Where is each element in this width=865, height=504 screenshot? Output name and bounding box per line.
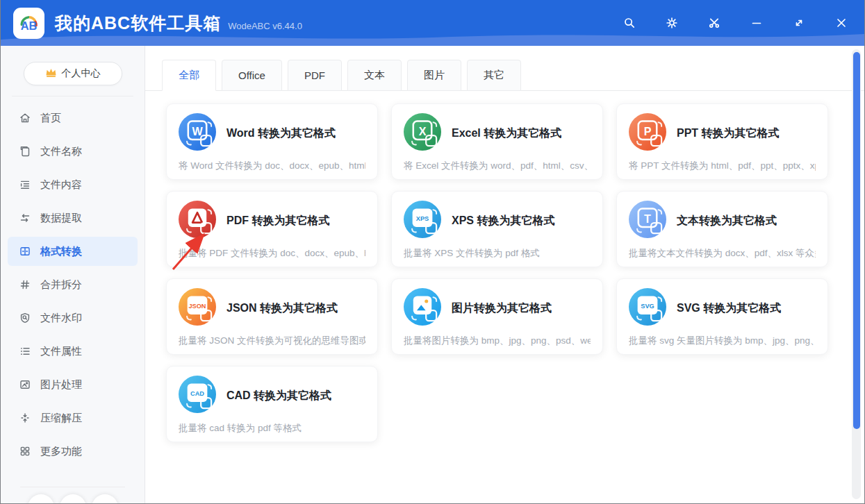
sidebar-item-home[interactable]: 首页 (8, 103, 138, 133)
hidden-circle-button-3[interactable] (92, 494, 118, 504)
watermark-icon (19, 312, 31, 324)
app-version: WodeABC v6.44.0 (228, 21, 302, 31)
sidebar-item-watermark[interactable]: 文件水印 (8, 303, 138, 333)
card-title: 文本转换为其它格式 (677, 214, 777, 228)
sidebar-item-image-process[interactable]: 图片处理 (8, 370, 138, 399)
svg-text:T: T (644, 212, 651, 225)
card-title: Excel 转换为其它格式 (452, 126, 561, 141)
profile-center-label: 个人中心 (62, 67, 101, 80)
sidebar-item-file-props[interactable]: 文件属性 (8, 337, 138, 366)
sidebar: 个人中心 首页文件名称文件内容数据提取格式转换合并拆分文件水印文件属性图片处理压… (1, 46, 145, 504)
hidden-circle-button-1[interactable] (28, 494, 54, 504)
file-props-icon (19, 345, 31, 358)
sidebar-item-label: 文件内容 (40, 178, 82, 192)
card-title: SVG 转换为其它格式 (677, 301, 781, 316)
sidebar-item-more[interactable]: 更多功能 (8, 437, 138, 466)
card-excel-convert[interactable]: XExcel 转换为其它格式将 Excel 文件转换为 word、pdf、htm… (391, 103, 603, 180)
svg-text:P: P (644, 125, 652, 137)
image-process-icon (19, 378, 31, 391)
sidebar-bottom-buttons (1, 494, 145, 504)
card-title: Word 转换为其它格式 (226, 126, 336, 141)
svg-text:JSON: JSON (188, 303, 206, 310)
compress-icon (19, 412, 31, 424)
card-svg-convert[interactable]: SVGSVG 转换为其它格式批量将 svg 矢量图片转换为 bmp、jpg、pn… (616, 278, 828, 355)
card-description: 批量将 XPS 文件转换为 pdf 格式 (404, 247, 591, 260)
crown-icon (45, 67, 57, 80)
json-convert-icon: JSON (179, 288, 216, 328)
tab-all[interactable]: 全部 (162, 60, 216, 91)
sidebar-item-data-extract[interactable]: 数据提取 (8, 203, 138, 233)
sidebar-item-label: 文件水印 (40, 312, 82, 325)
sidebar-item-label: 图片处理 (40, 378, 82, 392)
svg-text:X: X (419, 125, 427, 137)
sidebar-item-label: 格式转换 (40, 245, 82, 258)
profile-center-button[interactable]: 个人中心 (24, 62, 122, 85)
sidebar-item-label: 数据提取 (40, 212, 82, 225)
sidebar-item-merge-split[interactable]: 合并拆分 (8, 270, 138, 299)
card-title: CAD 转换为其它格式 (226, 389, 331, 403)
minimize-icon[interactable] (750, 16, 764, 30)
title-bar: AB 我的ABC软件工具箱 WodeABC v6.44.0 (1, 0, 864, 46)
card-text-convert[interactable]: T文本转换为其它格式批量将文本文件转换为 docx、pdf、xlsx 等众多 (616, 191, 828, 267)
card-description: 将 PPT 文件转换为 html、pdf、ppt、pptx、xp (629, 160, 816, 172)
card-xps-convert[interactable]: XPSXPS 转换为其它格式批量将 XPS 文件转换为 pdf 格式 (391, 191, 603, 267)
xps-convert-icon: XPS (404, 201, 441, 241)
sidebar-item-file-name[interactable]: 文件名称 (8, 137, 138, 166)
card-image-convert[interactable]: 图片转换为其它格式批量将图片转换为 bmp、jpg、png、psd、we (391, 278, 603, 355)
vertical-scrollbar-track[interactable] (852, 49, 861, 499)
settings-gear-icon[interactable] (665, 16, 679, 30)
card-title: PDF 转换为其它格式 (226, 214, 329, 228)
sidebar-bottom-divider (20, 487, 125, 487)
tab-office[interactable]: Office (222, 60, 282, 91)
scissors-icon[interactable] (707, 16, 721, 30)
word-convert-icon: W (179, 113, 216, 153)
card-description: 批量将 svg 矢量图片转换为 bmp、jpg、png、 (629, 335, 816, 347)
category-tabbar: 全部OfficePDF文本图片其它 (145, 60, 864, 91)
search-icon[interactable] (623, 16, 636, 30)
file-content-icon (19, 178, 31, 191)
card-description: 将 Excel 文件转换为 word、pdf、html、csv、t (404, 160, 591, 172)
card-ppt-convert[interactable]: PPPT 转换为其它格式将 PPT 文件转换为 html、pdf、ppt、ppt… (616, 103, 828, 180)
card-description: 批量将 JSON 文件转换为可视化的思维导图或 (179, 335, 365, 347)
sidebar-item-format-convert[interactable]: 格式转换 (8, 237, 138, 266)
svg-text:XPS: XPS (416, 215, 429, 222)
pdf-convert-icon (179, 201, 216, 241)
image-convert-icon (404, 288, 441, 328)
more-grid-icon (19, 445, 31, 457)
vertical-scrollbar-thumb[interactable] (853, 52, 860, 429)
merge-split-icon (19, 278, 31, 291)
tab-pdf[interactable]: PDF (288, 60, 342, 91)
card-pdf-convert[interactable]: PDF 转换为其它格式批量将 PDF 文件转换为 doc、docx、epub、h… (166, 191, 378, 267)
excel-convert-icon: X (404, 113, 441, 153)
card-description: 批量将图片转换为 bmp、jpg、png、psd、we (404, 335, 591, 347)
card-title: JSON 转换为其它格式 (226, 301, 338, 316)
cards-grid: WWord 转换为其它格式将 Word 文件转换为 doc、docx、epub、… (166, 103, 864, 442)
card-word-convert[interactable]: WWord 转换为其它格式将 Word 文件转换为 doc、docx、epub、… (166, 103, 378, 180)
sidebar-item-label: 压缩解压 (40, 412, 82, 425)
card-description: 批量将 PDF 文件转换为 doc、docx、epub、ht (179, 247, 365, 260)
sidebar-item-label: 合并拆分 (40, 278, 82, 292)
svg-convert-icon: SVG (629, 288, 666, 328)
sidebar-menu: 首页文件名称文件内容数据提取格式转换合并拆分文件水印文件属性图片处理压缩解压更多… (1, 103, 145, 466)
card-cad-convert[interactable]: CADCAD 转换为其它格式批量将 cad 转换为 pdf 等格式 (166, 366, 378, 442)
data-extract-icon (19, 212, 31, 224)
sidebar-item-file-content[interactable]: 文件内容 (8, 170, 138, 199)
sidebar-item-label: 更多功能 (40, 445, 82, 458)
hidden-circle-button-2[interactable] (60, 494, 86, 504)
app-window: AB 我的ABC软件工具箱 WodeABC v6.44.0 个人中心 首页文件名… (0, 0, 865, 504)
cad-convert-icon: CAD (179, 376, 216, 416)
card-description: 批量将 cad 转换为 pdf 等格式 (179, 422, 365, 435)
logo-letters: AB (21, 19, 38, 32)
resize-icon[interactable] (792, 16, 806, 30)
card-description: 将 Word 文件转换为 doc、docx、epub、html (179, 160, 365, 172)
home-icon (19, 112, 31, 124)
svg-text:SVG: SVG (641, 303, 654, 310)
close-icon[interactable] (834, 16, 848, 30)
card-title: 图片转换为其它格式 (452, 301, 552, 316)
tab-text[interactable]: 文本 (347, 60, 402, 91)
sidebar-item-label: 首页 (40, 112, 61, 125)
tab-image[interactable]: 图片 (407, 60, 461, 91)
tab-other[interactable]: 其它 (467, 60, 521, 91)
card-json-convert[interactable]: JSONJSON 转换为其它格式批量将 JSON 文件转换为可视化的思维导图或 (166, 278, 378, 355)
sidebar-item-compress[interactable]: 压缩解压 (8, 403, 138, 432)
